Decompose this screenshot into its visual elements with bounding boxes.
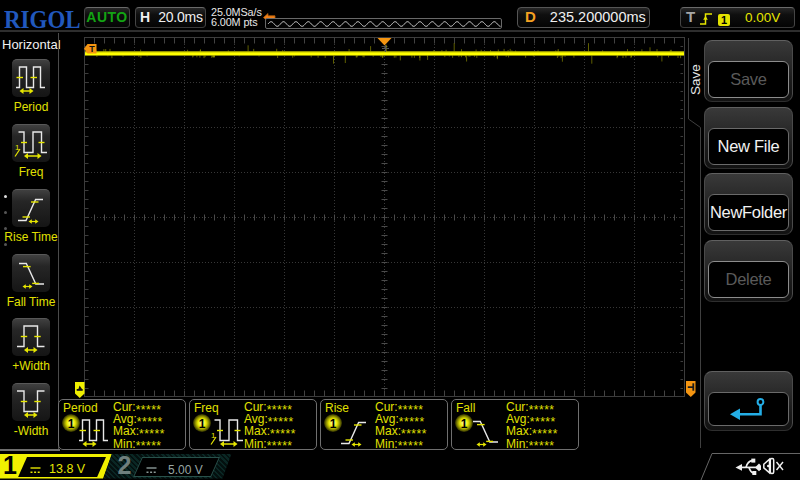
svg-text:T: T <box>89 44 95 54</box>
